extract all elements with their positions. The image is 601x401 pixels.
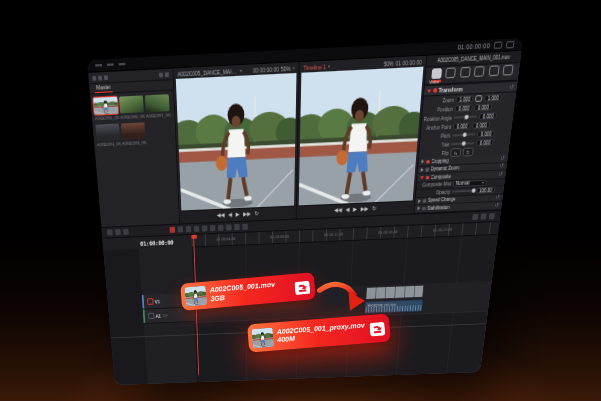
- chevron-down-icon[interactable]: ▾: [293, 65, 295, 71]
- reset-icon[interactable]: ↺: [500, 155, 505, 161]
- anchor-y-field[interactable]: 0.000: [472, 122, 490, 129]
- snapping-icon[interactable]: [218, 225, 224, 231]
- source-zoom-select[interactable]: 50%: [281, 64, 291, 72]
- position-x-field[interactable]: 0.000: [455, 104, 473, 112]
- reset-icon[interactable]: ↺: [499, 163, 504, 168]
- opacity-slider[interactable]: [452, 190, 475, 193]
- grid-view-icon[interactable]: [92, 75, 96, 80]
- replace-clip-icon[interactable]: [210, 225, 216, 231]
- timeline-view-options-icon[interactable]: [107, 229, 113, 235]
- source-viewer-screen[interactable]: [176, 73, 297, 212]
- search-icon[interactable]: [159, 72, 163, 77]
- opacity-field[interactable]: 100.00: [476, 187, 495, 194]
- loop-button[interactable]: ↻: [372, 206, 377, 212]
- overwrite-clip-icon[interactable]: [202, 225, 208, 231]
- yaw-slider[interactable]: [451, 142, 474, 145]
- clip-thumbnail-selected[interactable]: [93, 97, 118, 115]
- collapse-caret-icon: [427, 89, 431, 93]
- play-button[interactable]: ▶: [353, 207, 357, 213]
- selection-tool-icon[interactable]: [178, 226, 184, 232]
- reset-icon[interactable]: ↺: [495, 195, 500, 200]
- step-back-button[interactable]: ◀: [228, 213, 232, 219]
- zoom-in-icon[interactable]: [123, 229, 129, 235]
- bin-tab-master[interactable]: Master: [94, 83, 113, 93]
- section-enabled-toggle[interactable]: [423, 199, 427, 203]
- section-enabled-toggle[interactable]: [426, 160, 430, 164]
- position-y-field[interactable]: 0.000: [474, 104, 492, 112]
- composite-mode-select[interactable]: Normal ▾: [453, 180, 487, 187]
- media-clip[interactable]: A002C003_001: [121, 122, 146, 147]
- marker-icon[interactable]: [242, 224, 247, 230]
- rotation-slider[interactable]: [454, 115, 477, 118]
- pitch-slider[interactable]: [452, 133, 475, 136]
- zoom-out-icon[interactable]: [115, 229, 121, 235]
- expand-caret-icon: [417, 206, 420, 210]
- rewind-button[interactable]: ◀◀: [334, 208, 342, 214]
- fast-forward-button[interactable]: ▶▶: [243, 212, 251, 218]
- media-clip[interactable]: A002C006_001: [119, 95, 144, 121]
- badge-thumbnail: [251, 327, 273, 348]
- zoom-x-field[interactable]: 1.000: [455, 95, 473, 103]
- chevron-down-icon[interactable]: ▾: [328, 63, 330, 69]
- timeline-video-clip[interactable]: [365, 285, 424, 300]
- options-icon[interactable]: [165, 72, 169, 77]
- tab-audio[interactable]: [445, 67, 456, 78]
- timeline-viewer-screen[interactable]: [299, 67, 424, 207]
- section-enabled-toggle[interactable]: [422, 206, 426, 210]
- metadata-icon[interactable]: [480, 213, 486, 219]
- media-clip[interactable]: A002C004_001: [95, 124, 120, 149]
- titlebar-timecode: 01:00:00:00: [457, 42, 490, 51]
- tab-image[interactable]: [488, 65, 499, 76]
- tab-transition[interactable]: [474, 66, 485, 77]
- clip-thumbnail[interactable]: [119, 95, 144, 113]
- window-restore-icon[interactable]: [494, 41, 503, 49]
- image-tab-icon: [488, 65, 499, 76]
- reset-icon[interactable]: ↺: [495, 203, 500, 208]
- sort-icon[interactable]: [104, 75, 108, 80]
- media-clip[interactable]: A002C005_001: [93, 97, 119, 123]
- flip-vertical-button[interactable]: ⇅: [462, 147, 473, 156]
- basketball-scene-graphic: [299, 67, 424, 207]
- list-view-icon[interactable]: [98, 75, 102, 80]
- anchor-x-field[interactable]: 0.000: [453, 122, 471, 129]
- trim-edit-mode-icon[interactable]: [170, 227, 176, 233]
- step-back-button[interactable]: ◀: [345, 207, 349, 213]
- link-icon[interactable]: [475, 95, 483, 102]
- loop-button[interactable]: ↻: [254, 211, 258, 217]
- link-clips-icon[interactable]: [226, 224, 231, 230]
- clip-thumbnail[interactable]: [95, 124, 120, 141]
- timeline-audio-clip[interactable]: A002C005_001.mov: [365, 300, 423, 314]
- reset-icon[interactable]: ↺: [498, 171, 503, 176]
- window-menu-icon[interactable]: [506, 41, 515, 49]
- track-lock-toggle[interactable]: [147, 298, 153, 304]
- flag-icon[interactable]: [234, 224, 239, 230]
- razor-tool-icon[interactable]: [186, 226, 192, 232]
- section-enabled-toggle[interactable]: [425, 168, 429, 172]
- zoom-y-field[interactable]: 1.000: [484, 94, 502, 102]
- fast-forward-button[interactable]: ▶▶: [360, 207, 368, 213]
- rotation-field[interactable]: 0.000: [479, 112, 497, 120]
- pitch-field[interactable]: 0.000: [477, 130, 495, 137]
- clip-thumbnail[interactable]: [145, 94, 170, 112]
- play-button[interactable]: ▶: [236, 212, 240, 218]
- timeline-name[interactable]: Timeline 1: [303, 63, 326, 71]
- section-enabled-toggle[interactable]: [426, 175, 430, 179]
- inspector-toggle-icon[interactable]: [489, 213, 495, 219]
- insert-clip-icon[interactable]: [194, 226, 200, 232]
- rewind-button[interactable]: ◀◀: [217, 213, 225, 219]
- reset-icon[interactable]: ↺: [509, 84, 514, 90]
- tab-effects[interactable]: [460, 67, 471, 78]
- tab-file[interactable]: [502, 65, 513, 76]
- flip-horizontal-button[interactable]: ⇆: [450, 148, 461, 157]
- chevron-down-icon[interactable]: ▾: [240, 68, 242, 74]
- clip-thumbnail[interactable]: [121, 122, 146, 140]
- timeline-zoom-select[interactable]: 50%: [384, 59, 394, 67]
- active-tab-label: Video: [429, 78, 440, 84]
- media-clip[interactable]: A002C007_001: [145, 94, 170, 120]
- yaw-field[interactable]: 0.000: [476, 139, 494, 146]
- source-duration: 00:00:00:00: [253, 65, 279, 73]
- timeline-timecode: 01:00:00:00: [140, 238, 174, 246]
- section-enabled-toggle[interactable]: [433, 88, 437, 92]
- mixer-icon[interactable]: [472, 214, 478, 220]
- track-lock-toggle[interactable]: [148, 313, 154, 319]
